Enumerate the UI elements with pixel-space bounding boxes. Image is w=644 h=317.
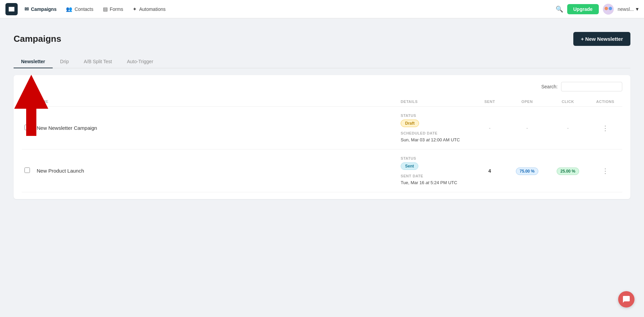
nav-contacts[interactable]: 👥 Contacts (62, 4, 97, 14)
row2-click: 25.00 % (547, 168, 588, 174)
row2-sent: 4 (473, 168, 507, 174)
row1-date-label: SCHEDULED DATE (401, 131, 470, 135)
search-label: Search: (541, 84, 558, 89)
row1-more-button[interactable]: ⋮ (599, 123, 611, 134)
row1-date: Sun, Mar 03 at 12:00 AM UTC (401, 137, 470, 142)
tab-ab-split-test[interactable]: A/B Split Test (76, 55, 119, 68)
row1-details: STATUS Draft SCHEDULED DATE Sun, Mar 03 … (398, 113, 473, 142)
row2-status-label: STATUS (401, 156, 470, 160)
row1-status-label: STATUS (401, 113, 470, 118)
svg-point-2 (609, 7, 612, 10)
row1-checkbox-col (22, 125, 34, 131)
row2-more-button[interactable]: ⋮ (599, 165, 611, 176)
header-sent: SENT (473, 100, 507, 104)
nav-campaigns[interactable]: ✉ Campaigns (20, 4, 60, 14)
row2-open: 75.00 % (507, 168, 547, 174)
upgrade-button[interactable]: Upgrade (567, 4, 599, 14)
page-content: Campaigns + New Newsletter Newsletter Dr… (0, 18, 644, 213)
row2-date: Tue, Mar 16 at 5:24 PM UTC (401, 180, 470, 185)
row2-actions: ⋮ (588, 165, 622, 176)
header-open: OPEN (507, 100, 547, 104)
page-title: Campaigns (14, 34, 61, 44)
row2-status-badge: Sent (401, 162, 418, 170)
nav-forms[interactable]: ▤ Forms (99, 4, 127, 14)
row1-name: New Newsletter Campaign (34, 125, 398, 131)
row1-actions: ⋮ (588, 123, 622, 134)
svg-point-1 (605, 7, 608, 10)
search-button[interactable]: 🔍 (556, 5, 563, 13)
tab-drip[interactable]: Drip (53, 55, 76, 68)
table-row: New Product Launch STATUS Sent SENT DATE… (22, 149, 622, 192)
row2-open-badge: 75.00 % (516, 168, 538, 175)
automations-icon: ✦ (133, 6, 137, 12)
row2-click-badge: 25.00 % (557, 168, 579, 175)
search-row: Search: (22, 82, 622, 91)
contacts-icon: 👥 (66, 6, 72, 12)
campaigns-table-wrapper: Search: NAME DETAILS SENT OPEN CLICK ACT… (14, 75, 630, 199)
campaign-tabs: Newsletter Drip A/B Split Test Auto-Trig… (14, 55, 630, 68)
top-navigation: ✉ Campaigns 👥 Contacts ▤ Forms ✦ Automat… (0, 0, 644, 18)
row1-status-badge: Draft (401, 120, 419, 127)
campaigns-icon: ✉ (24, 6, 29, 12)
row2-checkbox[interactable] (24, 168, 30, 173)
tab-newsletter[interactable]: Newsletter (14, 55, 53, 68)
tab-auto-trigger[interactable]: Auto-Trigger (120, 55, 161, 68)
row1-checkbox[interactable] (24, 125, 30, 130)
header-name: NAME (34, 100, 398, 104)
forms-icon: ▤ (103, 6, 108, 12)
header-actions: ACTIONS (588, 100, 622, 104)
app-logo (5, 3, 18, 15)
table-row: New Newsletter Campaign STATUS Draft SCH… (22, 107, 622, 149)
new-newsletter-button[interactable]: + New Newsletter (573, 32, 630, 46)
search-input[interactable] (561, 82, 622, 91)
nav-items: ✉ Campaigns 👥 Contacts ▤ Forms ✦ Automat… (20, 4, 553, 14)
table-header: NAME DETAILS SENT OPEN CLICK ACTIONS (22, 97, 622, 107)
row2-name: New Product Launch (34, 168, 398, 174)
page-header: Campaigns + New Newsletter (14, 32, 630, 46)
row1-click: - (547, 125, 588, 131)
row2-checkbox-col (22, 168, 34, 174)
nav-automations[interactable]: ✦ Automations (128, 4, 170, 14)
row1-sent: - (473, 125, 507, 131)
svg-point-0 (603, 4, 614, 15)
row2-date-label: SENT DATE (401, 174, 470, 178)
row1-open: - (507, 125, 547, 131)
nav-right: 🔍 Upgrade newsl... ▾ (556, 4, 639, 15)
row2-details: STATUS Sent SENT DATE Tue, Mar 16 at 5:2… (398, 156, 473, 185)
header-click: CLICK (547, 100, 588, 104)
avatar (603, 4, 614, 15)
chevron-down-icon: ▾ (636, 6, 639, 12)
header-details: DETAILS (398, 100, 473, 104)
user-dropdown[interactable]: newsl... ▾ (618, 6, 639, 12)
